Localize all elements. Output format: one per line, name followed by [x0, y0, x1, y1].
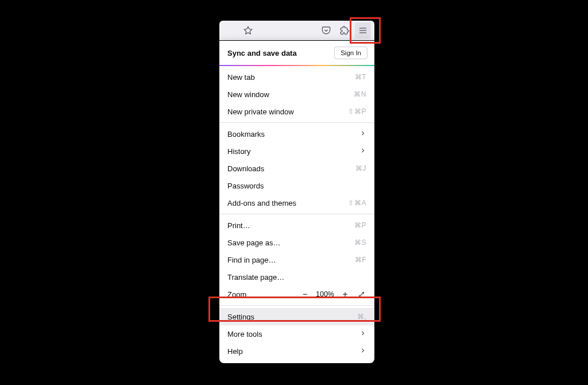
menu-item-label: Downloads	[227, 164, 264, 173]
svg-line-4	[359, 292, 363, 297]
shortcut: ⌘,	[357, 313, 366, 321]
gradient-divider	[219, 65, 374, 66]
menu-item-new-tab[interactable]: New tab ⌘T	[219, 68, 374, 86]
shortcut: ⌘N	[354, 90, 366, 98]
menu-item-history[interactable]: History	[219, 143, 374, 160]
menu-item-label: History	[227, 147, 250, 156]
bookmark-star-icon[interactable]	[240, 22, 256, 38]
divider	[219, 214, 374, 214]
chevron-right-icon	[359, 347, 366, 356]
menu-item-downloads[interactable]: Downloads ⌘J	[219, 160, 374, 177]
zoom-value: 100%	[316, 290, 334, 298]
fullscreen-icon[interactable]	[356, 289, 366, 299]
menu-item-more-tools[interactable]: More tools	[219, 325, 374, 342]
shortcut: ⇧⌘A	[348, 199, 366, 207]
shortcut: ⌘F	[355, 256, 366, 264]
divider	[219, 305, 374, 306]
menu-item-help[interactable]: Help	[219, 342, 374, 360]
pocket-icon[interactable]	[318, 22, 334, 38]
zoom-in-button[interactable]: +	[340, 289, 350, 299]
menu-item-label: Passwords	[227, 182, 264, 190]
shortcut: ⌘P	[354, 221, 366, 229]
menu-item-label: Translate page…	[227, 273, 284, 282]
menu-item-new-window[interactable]: New window ⌘N	[219, 86, 374, 103]
application-menu: Sync and save data Sign In New tab ⌘T Ne…	[219, 41, 374, 363]
menu-item-label: Help	[227, 347, 243, 356]
menu-item-label: Print…	[227, 221, 250, 230]
menu-item-label: Find in page…	[227, 256, 276, 264]
menu-item-translate[interactable]: Translate page…	[219, 268, 374, 286]
menu-item-addons[interactable]: Add-ons and themes ⇧⌘A	[219, 194, 374, 211]
shortcut: ⌘J	[355, 164, 366, 172]
hamburger-menu-icon[interactable]	[355, 22, 371, 38]
extensions-icon[interactable]	[336, 22, 353, 38]
menu-item-label: New tab	[227, 73, 255, 82]
svg-marker-0	[244, 26, 252, 34]
menu-item-bookmarks[interactable]: Bookmarks	[219, 125, 374, 143]
menu-item-print[interactable]: Print… ⌘P	[219, 217, 374, 234]
divider	[219, 122, 374, 123]
zoom-out-button[interactable]: −	[300, 289, 310, 299]
menu-item-label: New window	[227, 90, 269, 99]
menu-item-label: Bookmarks	[227, 130, 265, 138]
browser-toolbar	[219, 21, 374, 40]
sync-title: Sync and save data	[227, 49, 297, 57]
menu-item-passwords[interactable]: Passwords	[219, 177, 374, 194]
menu-item-label: More tools	[227, 330, 262, 338]
menu-item-settings[interactable]: Settings ⌘,	[219, 308, 374, 325]
menu-item-label: New private window	[227, 107, 294, 116]
menu-item-save-page[interactable]: Save page as… ⌘S	[219, 234, 374, 251]
menu-item-zoom: Zoom − 100% +	[219, 286, 374, 303]
shortcut: ⇧⌘P	[348, 107, 366, 116]
menu-item-new-private-window[interactable]: New private window ⇧⌘P	[219, 103, 374, 120]
menu-item-label: Zoom	[227, 290, 246, 299]
shortcut: ⌘T	[355, 73, 366, 81]
chevron-right-icon	[359, 130, 366, 138]
chevron-right-icon	[359, 330, 366, 338]
sign-in-button[interactable]: Sign In	[334, 47, 368, 59]
menu-header: Sync and save data Sign In	[219, 41, 374, 65]
zoom-controls: − 100% +	[300, 289, 366, 299]
menu-item-label: Add-ons and themes	[227, 199, 296, 207]
menu-item-find[interactable]: Find in page… ⌘F	[219, 251, 374, 268]
chevron-right-icon	[359, 147, 366, 156]
menu-item-label: Settings	[227, 313, 254, 321]
shortcut: ⌘S	[354, 238, 366, 247]
menu-item-label: Save page as…	[227, 238, 281, 247]
